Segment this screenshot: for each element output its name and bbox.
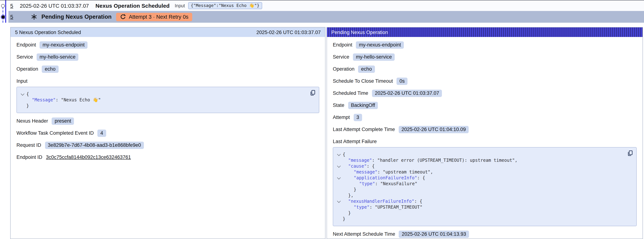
field-value: my-hello-service bbox=[36, 53, 78, 60]
field-row: Workflow Task Completed Event ID 4 bbox=[16, 129, 319, 137]
field-label: Operation bbox=[333, 66, 354, 72]
json-line: "cause": { bbox=[336, 163, 622, 169]
page-scaler: 5 2025-02-26 UTC 01:03:37.07 Nexus Opera… bbox=[0, 0, 644, 239]
pending-asterisk-icon bbox=[31, 14, 37, 20]
field-value: my-hello-service bbox=[353, 53, 395, 60]
field-label: Last Attempt Complete Time bbox=[333, 127, 395, 132]
json-line: } bbox=[336, 210, 622, 216]
field-label: State bbox=[333, 102, 344, 108]
json-line: }, bbox=[336, 192, 622, 198]
scheduled-card-header: 5 Nexus Operation Scheduled 2025-02-26 U… bbox=[10, 28, 325, 37]
event-timestamp: 2025-02-26 UTC 01:03:37.07 bbox=[20, 3, 89, 8]
collapse-chevron-icon[interactable] bbox=[337, 199, 340, 202]
field-label: Next Attempt Schedule Time bbox=[333, 231, 395, 237]
field-value[interactable]: 3c0c75ccfa8144b092c13ce632463761 bbox=[46, 154, 131, 160]
retry-attempt-badge: Attempt 3 · Next Retry 0s bbox=[116, 13, 192, 21]
field-value: 2025-02-26 UTC 01:03:37.07 bbox=[372, 90, 442, 97]
input-json-lines: {"Message": "Nexus Echo 👋"} bbox=[20, 91, 304, 109]
json-line: { bbox=[336, 152, 622, 158]
field-label: Endpoint ID bbox=[16, 154, 42, 160]
timeline-accent-bar bbox=[5, 0, 6, 23]
field-value: present bbox=[52, 117, 74, 124]
copy-icon bbox=[310, 90, 315, 96]
workflow-history-page: 5 2025-02-26 UTC 01:03:37.07 Nexus Opera… bbox=[0, 0, 644, 239]
retry-icon bbox=[120, 14, 126, 20]
field-value: echo bbox=[358, 65, 375, 73]
json-line: "type": "UPSTREAM_TIMEOUT" bbox=[336, 204, 622, 210]
event-row-nexus-operation-scheduled[interactable]: 5 2025-02-26 UTC 01:03:37.07 Nexus Opera… bbox=[8, 0, 644, 11]
field-label: Schedule To Close Timeout bbox=[333, 78, 393, 84]
scheduled-fields-bottom: Nexus Header present Workflow Task Compl… bbox=[16, 117, 319, 162]
copy-icon bbox=[628, 150, 633, 156]
field-label: Scheduled Time bbox=[333, 90, 368, 96]
collapse-chevron-icon[interactable] bbox=[337, 176, 340, 179]
json-line: { bbox=[20, 91, 304, 97]
field-value: BackingOff bbox=[348, 102, 378, 109]
pending-fields-bottom: Next Attempt Schedule Time 2025-02-26 UT… bbox=[333, 230, 637, 238]
field-value: my-nexus-endpoint bbox=[356, 41, 404, 48]
scheduled-event-card: 5 Nexus Operation Scheduled 2025-02-26 U… bbox=[10, 27, 326, 239]
collapse-chevron-icon[interactable] bbox=[337, 164, 340, 168]
field-label: Endpoint bbox=[16, 42, 36, 48]
event-row-pending-nexus-operation[interactable]: 5 Pending Nexus Operation Attempt 3 · Ne… bbox=[8, 11, 644, 23]
scheduled-card-timestamp: 2025-02-26 UTC 01:03:37.07 bbox=[256, 30, 321, 35]
field-row: State BackingOff bbox=[333, 101, 637, 110]
field-label: Workflow Task Completed Event ID bbox=[16, 130, 94, 136]
scheduled-card-title: 5 Nexus Operation Scheduled bbox=[15, 30, 81, 35]
input-section-label: Input bbox=[16, 78, 319, 84]
field-label: Request ID bbox=[16, 142, 41, 148]
json-line: "message": "handler error (UPSTREAM_TIME… bbox=[336, 158, 622, 163]
event-id-link[interactable]: 5 bbox=[10, 14, 13, 20]
field-value: my-nexus-endpoint bbox=[40, 41, 88, 48]
failure-section-label: Last Attempt Failure bbox=[333, 139, 637, 144]
field-value: 2025-02-26 UTC 01:04:10.09 bbox=[398, 126, 469, 133]
field-row: Attempt 3 bbox=[333, 113, 637, 122]
field-row: Operation echo bbox=[16, 65, 319, 73]
field-row: Endpoint my-nexus-endpoint bbox=[333, 41, 637, 49]
field-row: Next Attempt Schedule Time 2025-02-26 UT… bbox=[333, 230, 637, 238]
scheduled-fields-top: Endpoint my-nexus-endpoint Service my-he… bbox=[16, 41, 319, 73]
field-row: Endpoint ID 3c0c75ccfa8144b092c13ce63246… bbox=[16, 153, 319, 162]
json-line: "applicationFailureInfo": { bbox=[336, 175, 622, 181]
field-label: Operation bbox=[16, 66, 38, 72]
input-preview-chip[interactable]: {"Message":"Nexus Echo 👋"} bbox=[188, 2, 262, 9]
event-name: Nexus Operation Scheduled bbox=[95, 2, 170, 9]
failure-json-viewer: {"message": "handler error (UPSTREAM_TIM… bbox=[333, 147, 637, 226]
pending-card-header: Pending Nexus Operation bbox=[327, 28, 642, 37]
input-label: Input bbox=[175, 3, 185, 8]
json-line: } bbox=[20, 103, 304, 109]
field-value: 2025-02-26 UTC 01:04:13.93 bbox=[399, 230, 469, 238]
input-json-viewer: {"Message": "Nexus Echo 👋"} bbox=[16, 87, 319, 113]
field-row: Scheduled Time 2025-02-26 UTC 01:03:37.0… bbox=[333, 89, 637, 97]
timeline-filled-circle-icon bbox=[1, 15, 4, 18]
pending-operation-card: Pending Nexus Operation Endpoint my-nexu… bbox=[326, 27, 643, 239]
copy-button[interactable] bbox=[628, 150, 633, 156]
pending-fields-top: Endpoint my-nexus-endpoint Service my-he… bbox=[333, 41, 637, 134]
field-row: Endpoint my-nexus-endpoint bbox=[16, 41, 319, 49]
field-label: Service bbox=[333, 54, 349, 60]
field-value: 3 bbox=[354, 114, 362, 121]
field-row: Last Attempt Complete Time 2025-02-26 UT… bbox=[333, 125, 637, 134]
timeline-open-circle-icon bbox=[1, 4, 5, 8]
json-line: } bbox=[336, 187, 622, 192]
json-line: "nexusHandlerFailureInfo": { bbox=[336, 198, 622, 204]
field-row: Nexus Header present bbox=[16, 117, 319, 125]
field-row: Service my-hello-service bbox=[16, 53, 319, 61]
event-name: Pending Nexus Operation bbox=[41, 14, 112, 20]
event-detail-cards: 5 Nexus Operation Scheduled 2025-02-26 U… bbox=[10, 27, 643, 239]
event-id-link[interactable]: 5 bbox=[10, 3, 13, 8]
json-line: "message": "upstream timeout", bbox=[336, 169, 622, 175]
failure-json-lines: {"message": "handler error (UPSTREAM_TIM… bbox=[336, 152, 622, 222]
field-label: Attempt bbox=[333, 114, 350, 120]
json-line: "type": "NexusFailure" bbox=[336, 181, 622, 187]
field-label: Endpoint bbox=[333, 42, 352, 48]
field-row: Service my-hello-service bbox=[333, 53, 637, 61]
field-value: echo bbox=[42, 65, 58, 73]
collapse-chevron-icon[interactable] bbox=[337, 152, 340, 156]
field-label: Service bbox=[16, 54, 33, 60]
collapse-chevron-icon[interactable] bbox=[21, 92, 24, 95]
copy-button[interactable] bbox=[310, 90, 315, 96]
field-row: Schedule To Close Timeout 0s bbox=[333, 77, 637, 85]
timeline-dashed-line bbox=[2, 7, 3, 23]
field-row: Operation echo bbox=[333, 65, 637, 73]
